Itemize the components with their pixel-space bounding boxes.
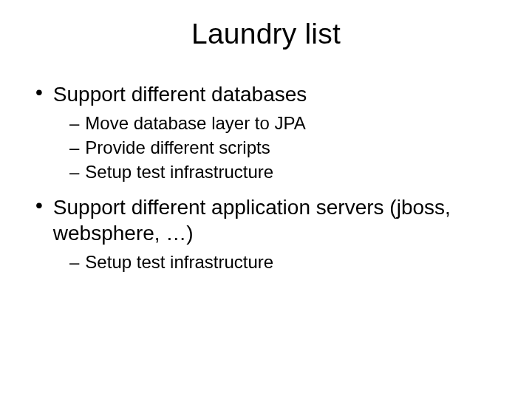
sublist: – Move database layer to JPA – Provide d… <box>69 112 502 184</box>
slide-content: • Support different databases – Move dat… <box>30 81 502 273</box>
sublist-item-text: Setup test infrastructure <box>85 160 273 183</box>
list-item: • Support different databases – Move dat… <box>30 81 502 184</box>
sublist-row: – Setup test infrastructure <box>69 250 502 273</box>
sublist: – Setup test infrastructure <box>69 250 502 273</box>
dash-icon: – <box>69 136 79 159</box>
sublist-item-text: Provide different scripts <box>85 136 270 159</box>
sublist-item-text: Move database layer to JPA <box>85 112 305 134</box>
dash-icon: – <box>69 112 79 134</box>
list-row: • Support different application servers … <box>30 194 502 246</box>
list-item-text: Support different application servers (j… <box>53 194 502 246</box>
sublist-item-text: Setup test infrastructure <box>85 250 273 273</box>
bullet-icon: • <box>35 81 43 104</box>
dash-icon: – <box>69 250 79 273</box>
slide-title: Laundry list <box>30 18 502 50</box>
slide: Laundry list • Support different databas… <box>0 0 532 399</box>
sublist-row: – Move database layer to JPA <box>69 112 502 134</box>
sublist-row: – Setup test infrastructure <box>69 160 502 183</box>
list-item: • Support different application servers … <box>30 194 502 273</box>
bullet-icon: • <box>35 194 43 217</box>
list-item-text: Support different databases <box>53 81 307 107</box>
dash-icon: – <box>69 160 79 183</box>
list-row: • Support different databases <box>30 81 502 107</box>
sublist-row: – Provide different scripts <box>69 136 502 159</box>
